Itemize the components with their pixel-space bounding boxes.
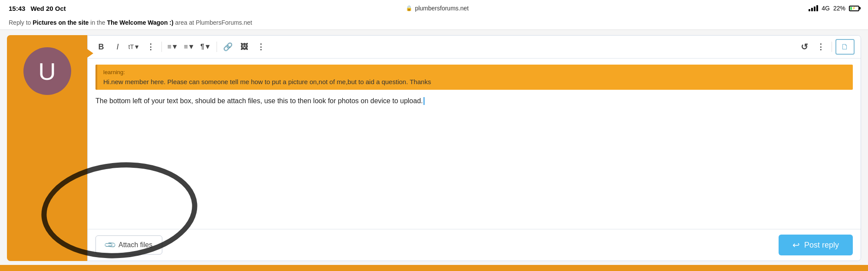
toolbar-separator-2: [217, 42, 217, 52]
bottom-bar: [0, 265, 868, 271]
link-button[interactable]: 🔗: [220, 39, 235, 54]
more-options-button[interactable]: ⋮: [813, 39, 828, 54]
editor-content[interactable]: learning: Hi.new member here. Please can…: [88, 59, 861, 229]
list-button[interactable]: ≡▼: [165, 39, 180, 54]
breadcrumb-suffix: area at PlumbersForums.net: [174, 19, 252, 26]
text-cursor: [424, 97, 424, 105]
text-size-button[interactable]: tT▼: [127, 39, 141, 54]
paperclip-icon: 📎: [103, 238, 117, 251]
undo-button[interactable]: ↺: [797, 39, 812, 54]
lock-icon: 🔒: [406, 5, 412, 11]
status-center: 🔒 plumbersforums.net: [406, 5, 469, 12]
more-format-button[interactable]: ⋮: [143, 39, 158, 54]
signal-bar-2: [811, 8, 813, 11]
editor-panel: B I tT▼ ⋮ ≡▼ ≡▼ ¶▼ 🔗 🖼 ⋮ ↺ ⋮ 🗋 learni: [87, 35, 861, 261]
signal-bar-1: [809, 9, 810, 11]
signal-bar-3: [814, 7, 815, 11]
more-insert-button[interactable]: ⋮: [253, 39, 268, 54]
align-button[interactable]: ≡▼: [182, 39, 197, 54]
post-reply-button[interactable]: ↩ Post reply: [779, 235, 853, 255]
battery-percent: 22%: [833, 5, 845, 12]
attach-files-label: Attach files: [118, 241, 152, 249]
breadcrumb-area: The Welcome Wagon :): [107, 19, 173, 26]
signal-bar-4: [816, 5, 818, 11]
avatar-sidebar: U: [7, 35, 87, 261]
breadcrumb: Reply to Pictures on the site in the The…: [0, 16, 868, 30]
preview-button[interactable]: 🗋: [835, 39, 855, 55]
quote-text: Hi.new member here. Please can someone t…: [103, 78, 847, 85]
reply-icon: ↩: [792, 240, 800, 250]
status-time: 15:43: [9, 5, 25, 12]
toolbar-right: ↺ ⋮ 🗋: [797, 39, 855, 55]
reply-text[interactable]: The bottom left of your text box, should…: [95, 96, 853, 106]
breadcrumb-thread: Pictures on the site: [33, 19, 89, 26]
signal-bars: [809, 5, 818, 11]
breadcrumb-prefix: Reply to: [9, 19, 33, 26]
attach-files-button[interactable]: 📎 Attach files: [95, 235, 162, 255]
toolbar-separator-3: [832, 42, 832, 52]
battery-icon: ⚡: [849, 6, 859, 11]
avatar: U: [23, 47, 71, 95]
breadcrumb-middle: in the: [89, 19, 107, 26]
quote-block: learning: Hi.new member here. Please can…: [95, 65, 853, 90]
italic-button[interactable]: I: [110, 39, 125, 54]
quote-author: learning:: [103, 69, 847, 75]
main-content: U B I tT▼ ⋮ ≡▼ ≡▼ ¶▼ 🔗 🖼 ⋮ ↺ ⋮ 🗋: [0, 30, 868, 266]
editor-toolbar: B I tT▼ ⋮ ≡▼ ≡▼ ¶▼ 🔗 🖼 ⋮ ↺ ⋮ 🗋: [88, 36, 861, 59]
domain-label: plumbersforums.net: [415, 5, 469, 12]
network-label: 4G: [822, 5, 830, 12]
status-right: 4G 22% ⚡: [809, 5, 859, 12]
toolbar-separator-1: [161, 42, 162, 52]
post-reply-label: Post reply: [804, 241, 839, 250]
bold-button[interactable]: B: [94, 39, 108, 54]
status-bar: 15:43 Wed 20 Oct 🔒 plumbersforums.net 4G…: [0, 0, 868, 16]
status-date: Wed 20 Oct: [30, 5, 66, 12]
reply-text-content: The bottom left of your text box, should…: [95, 96, 423, 106]
editor-bottom-bar: 📎 Attach files ↩ Post reply: [88, 229, 861, 261]
avatar-letter: U: [38, 57, 56, 85]
image-button[interactable]: 🖼: [237, 39, 252, 54]
paragraph-button[interactable]: ¶▼: [198, 39, 213, 54]
